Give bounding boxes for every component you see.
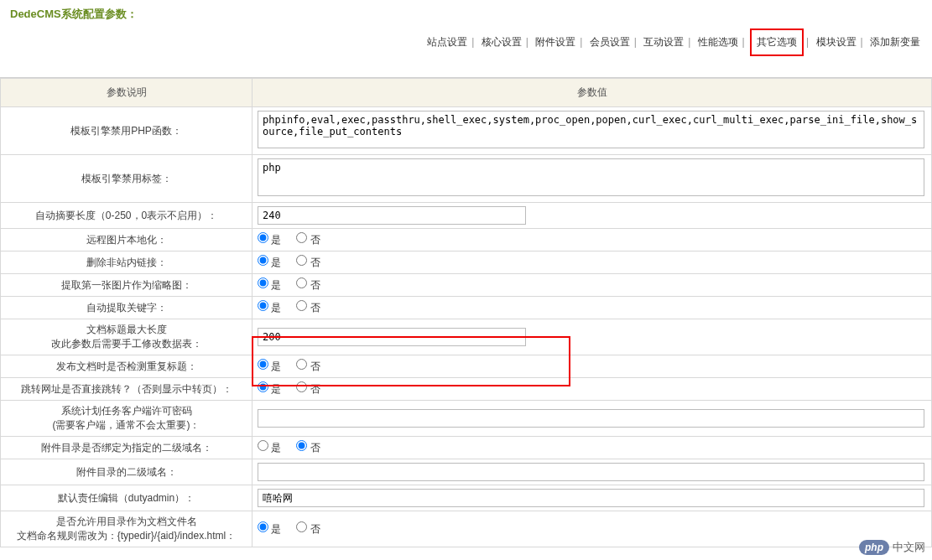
attachbind-yes[interactable]	[258, 440, 268, 451]
attachdomain-input[interactable]	[258, 463, 924, 481]
tab-core[interactable]: 核心设置	[480, 34, 523, 51]
tab-other-highlight: 其它选项	[750, 29, 804, 56]
row-duptitle-label: 发布文档时是否检测重复标题：	[1, 355, 253, 378]
tab-site[interactable]: 站点设置	[425, 34, 469, 51]
row-remote-img-label: 远程图片本地化：	[1, 229, 253, 251]
table-row: 默认责任编辑（dutyadmin）：	[1, 485, 932, 511]
redirect-no[interactable]	[296, 381, 307, 392]
del-extlink-no[interactable]	[296, 255, 307, 266]
tab-module[interactable]: 模块设置	[815, 34, 858, 51]
php-deny-input[interactable]	[258, 111, 924, 148]
config-tabs: 站点设置| 核心设置| 附件设置| 会员设置| 互动设置| 性能选项| 其它选项…	[0, 25, 932, 61]
table-row: 发布文档时是否检测重复标题： 是 否	[1, 355, 932, 378]
row-dutyadmin-label: 默认责任编辑（dutyadmin）：	[1, 485, 253, 511]
row-titlemax-label: 文档标题最大长度 改此参数后需要手工修改数据表：	[1, 319, 253, 355]
table-row: 自动提取关键字： 是 否	[1, 297, 932, 319]
row-dirasfile-label: 是否允许用目录作为文档文件名 文档命名规则需改为：{typedir}/{aid}…	[1, 511, 253, 547]
row-del-extlink-label: 删除非站内链接：	[1, 251, 253, 274]
titlemax-input[interactable]	[258, 328, 526, 346]
table-row: 远程图片本地化： 是 否	[1, 229, 932, 251]
autokw-no[interactable]	[296, 300, 307, 311]
watermark-php: php	[859, 540, 889, 547]
table-row: 模板引擎禁用标签：	[1, 155, 932, 203]
row-auto-kw-label: 自动提取关键字：	[1, 297, 253, 319]
remote-img-no[interactable]	[296, 232, 307, 243]
col-value: 参数值	[253, 79, 932, 107]
tab-addvar[interactable]: 添加新变量	[868, 34, 922, 51]
del-extlink-yes[interactable]	[258, 255, 268, 266]
table-row: 跳转网址是否直接跳转？（否则显示中转页）： 是 否	[1, 378, 932, 401]
tab-member[interactable]: 会员设置	[588, 34, 632, 51]
redirect-yes[interactable]	[258, 381, 268, 392]
col-desc: 参数说明	[1, 79, 253, 107]
table-row: 提取第一张图片作为缩略图： 是 否	[1, 274, 932, 297]
row-tag-deny-label: 模板引擎禁用标签：	[1, 155, 253, 203]
tab-interact[interactable]: 互动设置	[642, 34, 685, 51]
watermark-cn: 中文网	[893, 540, 925, 547]
firstimg-no[interactable]	[296, 277, 307, 288]
row-attachbind-label: 附件目录是否绑定为指定的二级域名：	[1, 437, 253, 459]
row-redirect-label: 跳转网址是否直接跳转？（否则显示中转页）：	[1, 378, 253, 401]
page-title: DedeCMS系统配置参数：	[10, 8, 138, 20]
tab-attachment[interactable]: 附件设置	[534, 34, 577, 51]
table-row: 系统计划任务客户端许可密码 (需要客户端，通常不会太重要)：	[1, 401, 932, 437]
table-row: 模板引擎禁用PHP函数：	[1, 107, 932, 155]
row-sysplan-label: 系统计划任务客户端许可密码 (需要客户端，通常不会太重要)：	[1, 401, 253, 437]
dutyadmin-input[interactable]	[258, 489, 924, 507]
tag-deny-input[interactable]	[258, 158, 924, 196]
row-php-deny-label: 模板引擎禁用PHP函数：	[1, 107, 253, 155]
dirasfile-yes[interactable]	[258, 521, 268, 532]
row-attachdomain-label: 附件目录的二级域名：	[1, 459, 253, 485]
table-row: 删除非站内链接： 是 否	[1, 251, 932, 274]
auto-summary-input[interactable]	[258, 206, 526, 225]
autokw-yes[interactable]	[258, 300, 268, 311]
tab-other[interactable]: 其它选项	[757, 35, 797, 49]
dirasfile-no[interactable]	[296, 521, 307, 532]
row-auto-summary-label: 自动摘要长度（0-250，0表示不启用）：	[1, 203, 253, 229]
table-row: 自动摘要长度（0-250，0表示不启用）：	[1, 203, 932, 229]
table-row: 文档标题最大长度 改此参数后需要手工修改数据表：	[1, 319, 932, 355]
config-table: 参数说明 参数值 模板引擎禁用PHP函数： 模板引擎禁用标签： 自动摘要长度（0…	[0, 78, 932, 547]
duptitle-yes[interactable]	[258, 359, 268, 370]
sysplan-input[interactable]	[258, 409, 924, 428]
watermark: php 中文网	[859, 540, 925, 547]
table-row: 附件目录是否绑定为指定的二级域名： 是 否	[1, 437, 932, 459]
tab-performance[interactable]: 性能选项	[696, 34, 740, 51]
remote-img-yes[interactable]	[258, 232, 268, 243]
table-row: 是否允许用目录作为文档文件名 文档命名规则需改为：{typedir}/{aid}…	[1, 511, 932, 547]
duptitle-no[interactable]	[296, 359, 307, 370]
table-row: 附件目录的二级域名：	[1, 459, 932, 485]
firstimg-yes[interactable]	[258, 277, 268, 288]
attachbind-no[interactable]	[296, 440, 307, 451]
row-first-img-label: 提取第一张图片作为缩略图：	[1, 274, 253, 297]
